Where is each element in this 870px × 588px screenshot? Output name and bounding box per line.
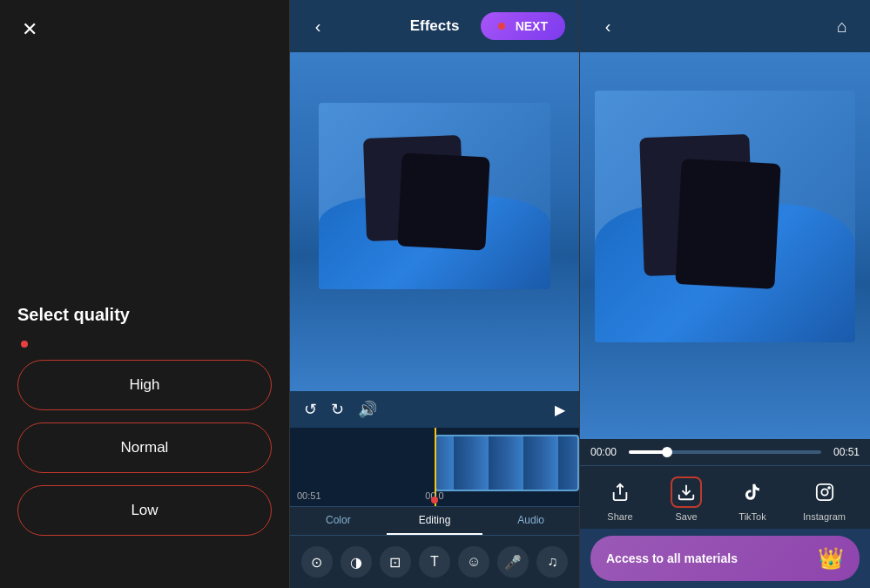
tab-editing[interactable]: Editing (387, 507, 483, 535)
home-button[interactable]: ⌂ (828, 12, 856, 40)
save-video-placeholder (580, 52, 870, 439)
volume-icon[interactable]: 🔊 (358, 400, 377, 419)
quality-title: Select quality (17, 305, 272, 325)
svg-point-4 (828, 487, 830, 489)
effects-back-button[interactable]: ‹ (304, 12, 332, 40)
save-label: Save (675, 511, 697, 522)
quality-panel: ✕ Select quality High Normal Low (0, 0, 290, 588)
tool-contrast-icon[interactable]: ◑ (341, 546, 372, 578)
timeline-strip (435, 435, 579, 491)
tab-color[interactable]: Color (290, 507, 387, 535)
share-icon (604, 476, 636, 508)
save-timeline[interactable]: 00:00 00:51 (580, 439, 870, 465)
quality-content: Select quality High Normal Low (0, 0, 289, 588)
access-banner[interactable]: Access to all materials 👑 (590, 536, 860, 581)
redo-icon[interactable]: ↻ (331, 400, 344, 419)
effects-toolbar: ⊙ ◑ ⊡ T ☺ 🎤 ♫ (290, 535, 579, 588)
effects-controls-bar: ↺ ↻ 🔊 ▶ (290, 391, 579, 428)
effects-next-button[interactable]: NEXT (481, 12, 565, 40)
crown-icon: 👑 (818, 546, 844, 571)
tool-emoji-icon[interactable]: ☺ (458, 546, 489, 578)
phone-image-area (319, 103, 550, 289)
tool-mic-icon[interactable]: 🎤 (497, 546, 529, 578)
effects-panel: ‹ Effects NEXT ↺ ↻ 🔊 ▶ 00:51 00.0 Colo (290, 0, 580, 588)
quality-option-low[interactable]: Low (17, 485, 272, 536)
effects-title: Effects (410, 17, 460, 35)
quality-option-normal[interactable]: Normal (17, 422, 272, 473)
tab-audio[interactable]: Audio (482, 507, 579, 535)
share-label: Share (607, 511, 632, 522)
effects-video-preview (290, 52, 579, 391)
tool-circle-icon[interactable]: ⊙ (301, 546, 333, 578)
instagram-icon (809, 476, 840, 508)
save-phone-area (595, 91, 856, 342)
play-button[interactable]: ▶ (555, 402, 565, 418)
tiktok-action[interactable]: TikTok (737, 476, 768, 522)
close-button[interactable]: ✕ (16, 16, 44, 44)
access-banner-text: Access to all materials (606, 551, 738, 565)
save-header: ‹ ⌂ (580, 0, 870, 52)
save-phone-2 (675, 159, 780, 289)
tool-crop-icon[interactable]: ⊡ (380, 546, 411, 578)
save-actions-bar: Share Save TikTok (580, 465, 870, 529)
quality-dot-indicator (21, 341, 28, 348)
svg-point-3 (821, 489, 827, 495)
tool-music-icon[interactable]: ♫ (536, 546, 568, 578)
tiktok-icon (737, 476, 768, 508)
share-action[interactable]: Share (604, 476, 636, 522)
instagram-action[interactable]: Instagram (803, 476, 846, 522)
save-progress-bar[interactable] (629, 450, 821, 454)
timeline-area[interactable]: 00:51 00.0 (290, 428, 579, 506)
save-time-start: 00:00 (590, 446, 622, 458)
instagram-label: Instagram (803, 511, 846, 522)
save-time-end: 00:51 (828, 446, 860, 458)
tiktok-label: TikTok (738, 511, 765, 522)
effects-tabs: Color Editing Audio (290, 506, 579, 535)
video-placeholder (290, 52, 579, 391)
timeline-playhead-dot (431, 497, 438, 504)
effects-live-dot (498, 23, 505, 30)
tool-text-icon[interactable]: T (419, 546, 450, 578)
effects-header: ‹ Effects NEXT (290, 0, 579, 52)
save-progress-thumb (662, 447, 672, 457)
quality-option-high[interactable]: High (17, 360, 272, 410)
save-panel: ‹ ⌂ 00:00 00:51 (580, 0, 870, 588)
phone-shape-2 (397, 153, 489, 251)
save-icon (671, 476, 702, 508)
timeline-time-left: 00:51 (297, 490, 321, 501)
undo-icon[interactable]: ↺ (304, 400, 317, 419)
save-action[interactable]: Save (671, 476, 702, 522)
save-video-preview (580, 52, 870, 439)
save-back-button[interactable]: ‹ (594, 12, 622, 40)
svg-rect-2 (816, 484, 832, 500)
